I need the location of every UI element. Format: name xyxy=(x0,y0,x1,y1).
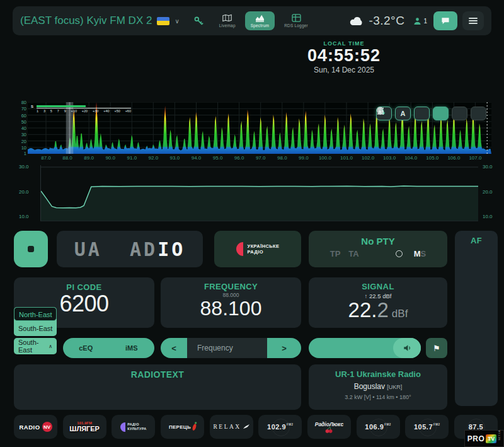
antenna-select[interactable]: South-East ∧ xyxy=(14,338,57,354)
transmitter-country: [UKR] xyxy=(387,384,402,390)
refresh-button[interactable] xyxy=(471,107,486,120)
bird-icon xyxy=(243,424,249,429)
nav-spectrum[interactable]: Spectrum xyxy=(245,11,275,30)
eq-toggle[interactable]: cEQ xyxy=(63,344,109,352)
radiotext-card: RADIOTEXT xyxy=(14,364,301,410)
top-bar: (EAST focus) Kyiv FM DX 2 ∨ Livemap Spec… xyxy=(13,6,491,35)
menu-button[interactable] xyxy=(462,11,484,30)
logo-line1: УКРАЇНСЬКЕ xyxy=(248,243,280,249)
kultura-halfdisc-icon xyxy=(120,422,125,432)
chevron-down-icon: ∨ xyxy=(175,18,179,25)
signal-value: 22. xyxy=(348,298,377,322)
radiotext-header: RADIOTEXT xyxy=(14,369,301,380)
volume-slider[interactable] xyxy=(309,338,421,358)
server-title: (EAST focus) Kyiv FM DX 2 xyxy=(20,15,152,27)
ps-errored-chars: UA xyxy=(74,238,102,260)
ukraine-flag-icon xyxy=(157,17,169,25)
frequency-header: FREQUENCY xyxy=(161,282,301,291)
station-tile-relax[interactable]: RELAX xyxy=(210,415,253,439)
listeners-widget: 1 xyxy=(413,17,427,25)
local-clock: LOCAL TIME 04:55:52 Sun, 14 Dec 2025 xyxy=(277,40,411,74)
cloud-icon xyxy=(349,16,364,26)
antenna-dropdown: North-East South-East South-East ∧ xyxy=(14,307,57,354)
signal-history-panel: 30.020.010.0 30.020.010.0 xyxy=(13,164,498,224)
nav-rds-logger[interactable]: RDS Logger xyxy=(278,11,314,30)
ta-flag: TA xyxy=(348,249,358,258)
protv-tv-icon: TV xyxy=(486,434,496,443)
pepper-icon xyxy=(192,423,197,431)
spectrum-panel: 80706050403020101 xyxy=(13,100,498,163)
signal-card: SIGNAL ↑ 22.5 dBf 22.2dBf xyxy=(309,277,447,328)
chat-button[interactable] xyxy=(433,11,457,30)
report-flag-button[interactable]: ⚑ xyxy=(426,338,447,358)
user-icon xyxy=(413,17,421,25)
spectrum-toolbar: A xyxy=(376,107,486,120)
chevron-up-icon: ∧ xyxy=(49,344,52,349)
pause-button[interactable] xyxy=(452,107,467,120)
station-tile-1029[interactable]: 102.9FM2 xyxy=(258,415,302,439)
volume-knob[interactable] xyxy=(393,338,421,358)
flag-icon: ⚑ xyxy=(433,344,440,353)
clock-date: Sun, 14 Dec 2025 xyxy=(277,66,411,74)
station-tile-radio-kultura[interactable]: РАДІОКУЛЬТУРА xyxy=(112,415,155,439)
ms-speech-flag: S xyxy=(421,249,427,258)
ps-display: UA ADIO xyxy=(57,231,203,267)
af-header: AF xyxy=(455,236,498,245)
server-selector[interactable]: (EAST focus) Kyiv FM DX 2 ∨ xyxy=(20,15,180,27)
tune-up-button[interactable]: > xyxy=(267,338,301,358)
vertical-zoom-button[interactable] xyxy=(414,107,430,120)
s-meter: S 13579+10+20+30+40+50+60 xyxy=(37,105,137,113)
af-list-panel: AF xyxy=(455,231,498,406)
signal-decimal: 2 xyxy=(377,298,388,322)
stop-icon xyxy=(28,246,34,252)
station-logo-strip: RADIONV 101.9FM ШЛЯГЕР РАДІОКУЛЬТУРА ПЕР… xyxy=(14,415,498,439)
cherries-icon xyxy=(325,427,333,433)
nv-red-dot-icon: NV xyxy=(42,422,52,432)
transmitter-details: 3.2 kW [V] • 114 km • 180° xyxy=(309,394,447,400)
pty-card: No PTY TP TA MS xyxy=(309,231,447,267)
weather-widget: -3.2°C xyxy=(349,14,404,28)
ukrainske-radio-logo-icon xyxy=(236,242,243,256)
ps-confirmed-chars: IO xyxy=(158,238,185,260)
antenna-option-south-east[interactable]: South-East xyxy=(14,321,57,336)
transmitter-info-card: UR-1 Ukrainske Radio Boguslav [UKR] 3.2 … xyxy=(309,364,447,410)
ms-music-flag: M xyxy=(414,249,421,258)
station-tile-shlyager[interactable]: 101.9FM ШЛЯГЕР xyxy=(63,415,106,439)
station-tile-radio-nv[interactable]: RADIONV xyxy=(14,415,57,439)
auto-scale-button[interactable]: A xyxy=(395,107,411,120)
record-stop-button[interactable] xyxy=(14,231,48,267)
listener-count: 1 xyxy=(423,18,427,25)
chat-bubble-icon xyxy=(441,17,450,25)
spectrum-plot[interactable]: S 13579+10+20+30+40+50+60 A xyxy=(28,102,491,154)
signal-unit: dBf xyxy=(392,308,408,320)
clock-time: 04:55:52 xyxy=(277,47,411,66)
station-tile-perets[interactable]: ПЕРЕЦЬ xyxy=(161,415,204,439)
station-tile-radio-lux[interactable]: РадіоЛюкс xyxy=(307,415,351,439)
refresh-icon xyxy=(376,107,384,115)
antenna-option-north-east[interactable]: North-East xyxy=(14,307,57,321)
frequency-value: 88.100 xyxy=(161,298,301,320)
frequency-tuner: < > xyxy=(161,338,301,358)
s-meter-bar xyxy=(37,105,86,107)
top-nav: Livemap Spectrum RDS Logger xyxy=(214,11,314,30)
transmitter-city: Boguslav xyxy=(354,382,385,391)
temperature: -3.2°C xyxy=(369,14,404,28)
station-tile-1057[interactable]: 105.7FM2 xyxy=(405,415,449,439)
fmdx-webserver: (EAST focus) Kyiv FM DX 2 ∨ Livemap Spec… xyxy=(0,0,504,447)
tune-down-button[interactable]: < xyxy=(161,338,187,358)
tp-flag: TP xyxy=(330,249,341,258)
pty-value: No PTY xyxy=(309,236,447,247)
stereo-indicator-icon xyxy=(396,250,403,257)
frequency-card: FREQUENCY 88.000 88.100 xyxy=(161,277,301,328)
graph-style-button[interactable] xyxy=(433,107,449,120)
antenna-options-list: North-East South-East xyxy=(14,307,57,336)
station-tile-1069[interactable]: 106.9FM2 xyxy=(357,415,400,439)
ims-toggle[interactable]: iMS xyxy=(109,344,155,352)
spectrum-x-axis: 87.088.089.090.091.092.093.094.095.096.0… xyxy=(28,155,491,163)
nav-livemap[interactable]: Livemap xyxy=(214,11,241,30)
admin-key-icon[interactable] xyxy=(193,16,203,26)
logo-line2: РАДІО xyxy=(248,249,263,255)
frequency-input[interactable] xyxy=(187,338,267,358)
spectrum-icon xyxy=(255,14,265,22)
transmitter-name: UR-1 Ukrainske Radio xyxy=(309,369,447,379)
